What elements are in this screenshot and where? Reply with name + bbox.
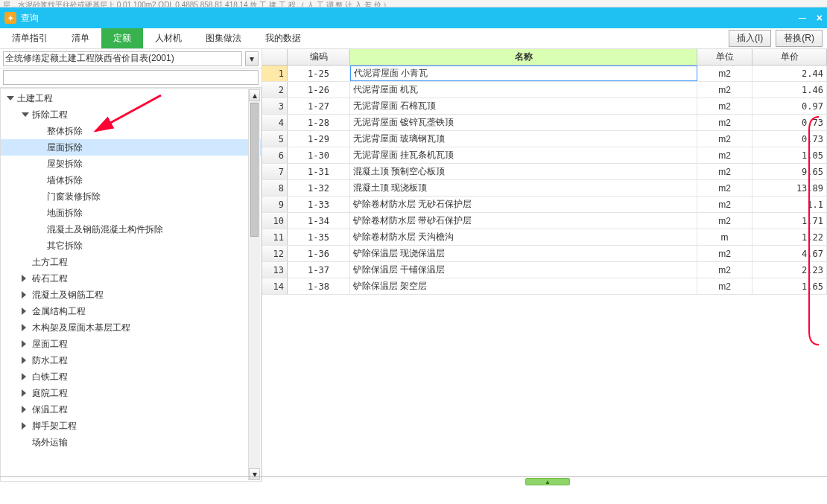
cell-code[interactable]: 1-25 (288, 66, 350, 81)
tree-node-门窗装修拆除[interactable]: 门窗装修拆除 (1, 188, 261, 205)
cell-unit[interactable]: m2 (697, 82, 752, 98)
tree-view[interactable]: 土建工程拆除工程整体拆除屋面拆除屋架拆除墙体拆除门窗装修拆除地面拆除混凝土及钢筋… (0, 88, 262, 482)
tree-expand-icon[interactable] (22, 291, 29, 299)
tree-node-混凝土及钢筋混凝土构件拆除[interactable]: 混凝土及钢筋混凝土构件拆除 (1, 221, 261, 237)
insert-button[interactable]: 插入(I) (729, 30, 771, 47)
grid-row[interactable]: 71-31混凝土顶 预制空心板顶m29.65 (262, 164, 827, 180)
cell-unit[interactable]: m2 (697, 66, 752, 81)
cell-name[interactable]: 无泥背屋面 挂瓦条机瓦顶 (350, 147, 697, 163)
grid-row[interactable]: 81-32混凝土顶 现浇板顶m213.89 (262, 180, 827, 197)
cell-unit[interactable]: m2 (697, 164, 752, 179)
grid-row[interactable]: 21-26代泥背屋面 机瓦m21.46 (262, 82, 827, 98)
header-unit[interactable]: 单位 (697, 49, 752, 65)
grid-row[interactable]: 121-36铲除保温层 现浇保温层m24.67 (262, 246, 827, 262)
cell-code[interactable]: 1-35 (288, 229, 350, 245)
replace-button[interactable]: 替换(R) (776, 30, 823, 47)
header-price[interactable]: 单价 (752, 49, 827, 65)
cell-price[interactable]: 4.67 (752, 246, 827, 261)
menu-清单[interactable]: 清单 (60, 28, 101, 48)
grid-row[interactable]: 51-29无泥背屋面 玻璃钢瓦顶m20.73 (262, 131, 827, 147)
cell-price[interactable]: 1.22 (752, 229, 827, 245)
tree-scrollbar[interactable]: ▴ ▾ (248, 89, 260, 480)
cell-name[interactable]: 铲除卷材防水层 带砂石保护层 (350, 213, 697, 229)
cell-unit[interactable]: m2 (697, 115, 752, 130)
menu-定额[interactable]: 定额 (101, 28, 143, 48)
tree-expand-icon[interactable] (22, 373, 29, 380)
cell-code[interactable]: 1-33 (288, 197, 350, 212)
tree-expand-icon[interactable] (22, 324, 29, 331)
tree-expand-icon[interactable] (22, 357, 29, 364)
cell-unit[interactable]: m (697, 229, 752, 245)
cell-name[interactable]: 无泥背屋面 石棉瓦顶 (350, 98, 697, 114)
menu-我的数据[interactable]: 我的数据 (253, 28, 313, 48)
cell-name[interactable]: 混凝土顶 现浇板顶 (350, 180, 697, 196)
grid-row[interactable]: 101-34铲除卷材防水层 带砂石保护层m21.71 (262, 213, 827, 229)
cell-name[interactable]: 代泥背屋面 机瓦 (350, 82, 697, 98)
tree-expand-icon[interactable] (22, 422, 29, 430)
cell-code[interactable]: 1-27 (288, 98, 350, 114)
cell-code[interactable]: 1-30 (288, 147, 350, 163)
tree-node-整体拆除[interactable]: 整体拆除 (1, 123, 261, 139)
tree-node-金属结构工程[interactable]: 金属结构工程 (1, 303, 261, 319)
cell-name[interactable]: 铲除保温层 干铺保温层 (350, 262, 697, 278)
catalog-dropdown-icon[interactable]: ▾ (245, 51, 259, 66)
cell-code[interactable]: 1-29 (288, 131, 350, 147)
scroll-down-arrow-icon[interactable]: ▾ (249, 468, 260, 480)
cell-unit[interactable]: m2 (697, 197, 752, 212)
tree-node-屋架拆除[interactable]: 屋架拆除 (1, 156, 261, 172)
grid-row[interactable]: 131-37铲除保温层 干铺保温层m22.23 (262, 262, 827, 278)
cell-price[interactable]: 2.44 (752, 66, 827, 81)
grid-row[interactable]: 91-33铲除卷材防水层 无砂石保护层m21.1 (262, 197, 827, 213)
cell-price[interactable]: 1.46 (752, 82, 827, 98)
cell-code[interactable]: 1-26 (288, 82, 350, 98)
cell-code[interactable]: 1-37 (288, 262, 350, 278)
tree-expand-icon[interactable] (22, 406, 29, 413)
tree-expand-icon[interactable] (22, 389, 29, 397)
header-name[interactable]: 名称 (350, 49, 697, 65)
cell-price[interactable]: 1.1 (752, 197, 827, 212)
tree-node-砖石工程[interactable]: 砖石工程 (1, 270, 261, 287)
cell-price[interactable]: 2.23 (752, 262, 827, 278)
tree-node-屋面拆除[interactable]: 屋面拆除 (1, 139, 261, 156)
cell-code[interactable]: 1-31 (288, 164, 350, 179)
catalog-select[interactable]: 全统修缮定额土建工程陕西省价目表(2001) (3, 51, 242, 66)
cell-unit[interactable]: m2 (697, 213, 752, 229)
cell-code[interactable]: 1-32 (288, 180, 350, 196)
cell-name[interactable]: 代泥背屋面 小青瓦 (350, 66, 697, 81)
tree-node-拆除工程[interactable]: 拆除工程 (1, 106, 261, 123)
panel-collapse-handle[interactable]: ▲ (525, 478, 570, 485)
tree-node-白铁工程[interactable]: 白铁工程 (1, 369, 261, 385)
tree-expand-icon[interactable] (22, 275, 29, 282)
grid-body[interactable]: 11-25代泥背屋面 小青瓦m22.4421-26代泥背屋面 机瓦m21.463… (262, 66, 827, 482)
cell-name[interactable]: 铲除保温层 架空层 (350, 278, 697, 294)
tree-expand-icon[interactable] (22, 112, 29, 120)
cell-price[interactable]: 1.05 (752, 147, 827, 163)
cell-unit[interactable]: m2 (697, 98, 752, 114)
tree-node-防水工程[interactable]: 防水工程 (1, 352, 261, 369)
cell-price[interactable]: 1.71 (752, 213, 827, 229)
grid-row[interactable]: 41-28无泥背屋面 镀锌瓦垄铁顶m20.73 (262, 115, 827, 131)
cell-name[interactable]: 无泥背屋面 玻璃钢瓦顶 (350, 131, 697, 147)
cell-price[interactable]: 1.65 (752, 278, 827, 294)
scroll-thumb[interactable] (250, 103, 259, 237)
cell-unit[interactable]: m2 (697, 278, 752, 294)
tree-expand-icon[interactable] (22, 340, 29, 348)
cell-name[interactable]: 混凝土顶 预制空心板顶 (350, 164, 697, 179)
tree-node-墙体拆除[interactable]: 墙体拆除 (1, 172, 261, 188)
tree-node-其它拆除[interactable]: 其它拆除 (1, 237, 261, 254)
cell-name[interactable]: 无泥背屋面 镀锌瓦垄铁顶 (350, 115, 697, 130)
cell-unit[interactable]: m2 (697, 246, 752, 261)
cell-price[interactable]: 9.65 (752, 164, 827, 179)
cell-name[interactable]: 铲除卷材防水层 天沟檐沟 (350, 229, 697, 245)
cell-price[interactable]: 13.89 (752, 180, 827, 196)
cell-unit[interactable]: m2 (697, 147, 752, 163)
minimize-button[interactable]: ─ (799, 12, 806, 24)
tree-expand-icon[interactable] (22, 307, 29, 315)
header-code[interactable]: 编码 (288, 49, 350, 65)
menu-人材机[interactable]: 人材机 (143, 28, 194, 48)
cell-code[interactable]: 1-28 (288, 115, 350, 130)
grid-row[interactable]: 111-35铲除卷材防水层 天沟檐沟m1.22 (262, 229, 827, 246)
cell-unit[interactable]: m2 (697, 180, 752, 196)
tree-node-庭院工程[interactable]: 庭院工程 (1, 385, 261, 401)
close-button[interactable]: × (817, 12, 823, 24)
